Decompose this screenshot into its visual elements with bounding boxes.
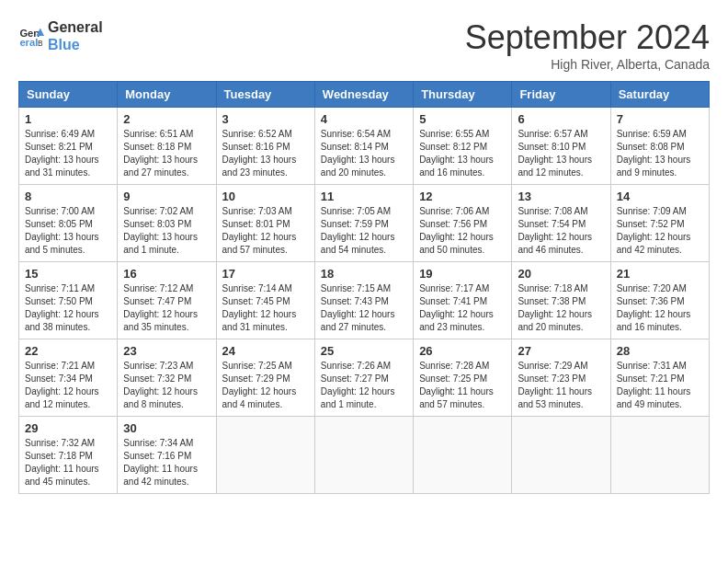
- day-number: 19: [419, 267, 506, 281]
- cell-details: Sunrise: 7:11 AM Sunset: 7:50 PM Dayligh…: [25, 282, 111, 334]
- calendar-week-row: 22Sunrise: 7:21 AM Sunset: 7:34 PM Dayli…: [19, 339, 710, 417]
- cell-details: Sunrise: 7:17 AM Sunset: 7:41 PM Dayligh…: [419, 282, 506, 334]
- calendar-cell: [512, 417, 610, 494]
- calendar-cell: 10Sunrise: 7:03 AM Sunset: 8:01 PM Dayli…: [216, 185, 314, 262]
- day-number: 18: [321, 267, 407, 281]
- calendar-week-row: 8Sunrise: 7:00 AM Sunset: 8:05 PM Daylig…: [19, 185, 710, 262]
- cell-details: Sunrise: 7:06 AM Sunset: 7:56 PM Dayligh…: [419, 205, 506, 257]
- calendar-cell: 12Sunrise: 7:06 AM Sunset: 7:56 PM Dayli…: [414, 185, 512, 262]
- calendar-cell: 9Sunrise: 7:02 AM Sunset: 8:03 PM Daylig…: [118, 185, 216, 262]
- day-number: 12: [419, 190, 506, 203]
- calendar-cell: 16Sunrise: 7:12 AM Sunset: 7:47 PM Dayli…: [118, 262, 216, 339]
- calendar-cell: 4Sunrise: 6:54 AM Sunset: 8:14 PM Daylig…: [314, 108, 413, 185]
- day-number: 2: [123, 112, 210, 126]
- cell-details: Sunrise: 7:05 AM Sunset: 7:59 PM Dayligh…: [321, 205, 407, 257]
- day-number: 6: [518, 112, 604, 126]
- calendar-week-row: 15Sunrise: 7:11 AM Sunset: 7:50 PM Dayli…: [19, 262, 710, 339]
- calendar-cell: 14Sunrise: 7:09 AM Sunset: 7:52 PM Dayli…: [610, 185, 709, 262]
- calendar-cell: 15Sunrise: 7:11 AM Sunset: 7:50 PM Dayli…: [19, 262, 118, 339]
- day-number: 27: [518, 344, 604, 358]
- calendar-cell: 8Sunrise: 7:00 AM Sunset: 8:05 PM Daylig…: [19, 185, 118, 262]
- calendar-cell: 19Sunrise: 7:17 AM Sunset: 7:41 PM Dayli…: [414, 262, 512, 339]
- day-number: 11: [321, 190, 407, 203]
- cell-details: Sunrise: 7:15 AM Sunset: 7:43 PM Dayligh…: [321, 282, 407, 334]
- logo-line2: Blue: [48, 36, 103, 53]
- cell-details: Sunrise: 7:23 AM Sunset: 7:32 PM Dayligh…: [123, 360, 210, 411]
- calendar-cell: 13Sunrise: 7:08 AM Sunset: 7:54 PM Dayli…: [512, 185, 610, 262]
- cell-details: Sunrise: 7:25 AM Sunset: 7:29 PM Dayligh…: [222, 360, 309, 411]
- logo-line1: General: [48, 18, 103, 36]
- cell-details: Sunrise: 7:18 AM Sunset: 7:38 PM Dayligh…: [518, 282, 604, 334]
- col-monday: Monday: [118, 82, 216, 108]
- location: High River, Alberta, Canada: [465, 57, 710, 72]
- calendar-cell: 7Sunrise: 6:59 AM Sunset: 8:08 PM Daylig…: [610, 108, 709, 185]
- calendar-cell: [414, 417, 512, 494]
- calendar-cell: 30Sunrise: 7:34 AM Sunset: 7:16 PM Dayli…: [118, 417, 216, 494]
- day-number: 24: [222, 344, 309, 358]
- day-number: 14: [617, 190, 703, 203]
- calendar-cell: 18Sunrise: 7:15 AM Sunset: 7:43 PM Dayli…: [314, 262, 413, 339]
- cell-details: Sunrise: 6:49 AM Sunset: 8:21 PM Dayligh…: [25, 128, 111, 179]
- calendar-cell: 20Sunrise: 7:18 AM Sunset: 7:38 PM Dayli…: [512, 262, 610, 339]
- calendar-cell: 11Sunrise: 7:05 AM Sunset: 7:59 PM Dayli…: [314, 185, 413, 262]
- day-number: 10: [222, 190, 309, 203]
- cell-details: Sunrise: 7:02 AM Sunset: 8:03 PM Dayligh…: [123, 205, 210, 257]
- col-tuesday: Tuesday: [216, 82, 314, 108]
- cell-details: Sunrise: 7:31 AM Sunset: 7:21 PM Dayligh…: [617, 360, 703, 411]
- cell-details: Sunrise: 7:21 AM Sunset: 7:34 PM Dayligh…: [25, 360, 111, 411]
- calendar-cell: [314, 417, 413, 494]
- day-number: 17: [222, 267, 309, 281]
- day-number: 29: [25, 421, 111, 435]
- day-number: 23: [123, 344, 210, 358]
- calendar-cell: [216, 417, 314, 494]
- calendar-cell: 27Sunrise: 7:29 AM Sunset: 7:23 PM Dayli…: [512, 339, 610, 417]
- page-header: Gen eral B General Blue September 2024 H…: [18, 18, 710, 72]
- cell-details: Sunrise: 6:55 AM Sunset: 8:12 PM Dayligh…: [419, 128, 506, 179]
- calendar-cell: 24Sunrise: 7:25 AM Sunset: 7:29 PM Dayli…: [216, 339, 314, 417]
- title-block: September 2024 High River, Alberta, Cana…: [465, 18, 710, 72]
- day-number: 4: [321, 112, 407, 126]
- logo: Gen eral B General Blue: [18, 18, 103, 53]
- svg-text:B: B: [38, 39, 43, 48]
- calendar-week-row: 1Sunrise: 6:49 AM Sunset: 8:21 PM Daylig…: [19, 108, 710, 185]
- day-number: 7: [617, 112, 703, 126]
- cell-details: Sunrise: 7:26 AM Sunset: 7:27 PM Dayligh…: [321, 360, 407, 411]
- logo-icon: Gen eral B: [18, 23, 44, 49]
- day-number: 26: [419, 344, 506, 358]
- cell-details: Sunrise: 7:28 AM Sunset: 7:25 PM Dayligh…: [419, 360, 506, 411]
- col-sunday: Sunday: [19, 82, 118, 108]
- cell-details: Sunrise: 7:34 AM Sunset: 7:16 PM Dayligh…: [123, 437, 210, 488]
- day-number: 5: [419, 112, 506, 126]
- cell-details: Sunrise: 7:08 AM Sunset: 7:54 PM Dayligh…: [518, 205, 604, 257]
- col-wednesday: Wednesday: [314, 82, 413, 108]
- day-number: 16: [123, 267, 210, 281]
- calendar-cell: 23Sunrise: 7:23 AM Sunset: 7:32 PM Dayli…: [118, 339, 216, 417]
- day-number: 13: [518, 190, 604, 203]
- calendar-cell: 21Sunrise: 7:20 AM Sunset: 7:36 PM Dayli…: [610, 262, 709, 339]
- col-saturday: Saturday: [610, 82, 709, 108]
- day-number: 22: [25, 344, 111, 358]
- cell-details: Sunrise: 7:03 AM Sunset: 8:01 PM Dayligh…: [222, 205, 309, 257]
- cell-details: Sunrise: 7:00 AM Sunset: 8:05 PM Dayligh…: [25, 205, 111, 257]
- cell-details: Sunrise: 6:52 AM Sunset: 8:16 PM Dayligh…: [222, 128, 309, 179]
- day-number: 30: [123, 421, 210, 435]
- cell-details: Sunrise: 7:12 AM Sunset: 7:47 PM Dayligh…: [123, 282, 210, 334]
- cell-details: Sunrise: 7:29 AM Sunset: 7:23 PM Dayligh…: [518, 360, 604, 411]
- calendar-cell: 1Sunrise: 6:49 AM Sunset: 8:21 PM Daylig…: [19, 108, 118, 185]
- day-number: 21: [617, 267, 703, 281]
- day-number: 8: [25, 190, 111, 203]
- day-number: 3: [222, 112, 309, 126]
- calendar-cell: [610, 417, 709, 494]
- cell-details: Sunrise: 7:09 AM Sunset: 7:52 PM Dayligh…: [617, 205, 703, 257]
- cell-details: Sunrise: 7:20 AM Sunset: 7:36 PM Dayligh…: [617, 282, 703, 334]
- calendar-cell: 17Sunrise: 7:14 AM Sunset: 7:45 PM Dayli…: [216, 262, 314, 339]
- day-number: 25: [321, 344, 407, 358]
- day-number: 15: [25, 267, 111, 281]
- cell-details: Sunrise: 7:32 AM Sunset: 7:18 PM Dayligh…: [25, 437, 111, 488]
- cell-details: Sunrise: 6:54 AM Sunset: 8:14 PM Dayligh…: [321, 128, 407, 179]
- calendar-cell: 25Sunrise: 7:26 AM Sunset: 7:27 PM Dayli…: [314, 339, 413, 417]
- calendar-cell: 29Sunrise: 7:32 AM Sunset: 7:18 PM Dayli…: [19, 417, 118, 494]
- col-thursday: Thursday: [414, 82, 512, 108]
- calendar-cell: 28Sunrise: 7:31 AM Sunset: 7:21 PM Dayli…: [610, 339, 709, 417]
- day-number: 20: [518, 267, 604, 281]
